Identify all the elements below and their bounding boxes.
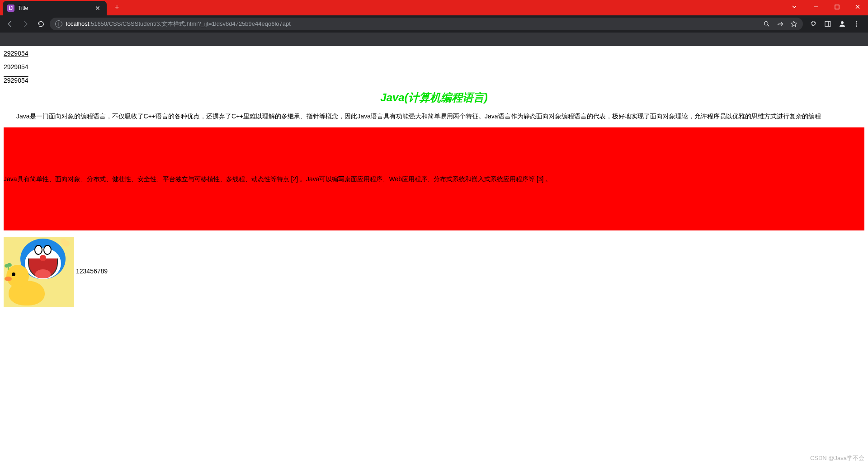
site-info-icon[interactable]: i [55,20,62,28]
bookmark-icon[interactable] [790,20,797,28]
image-row: 123456789 [4,237,864,307]
paragraph-intro: Java是一门面向对象的编程语言，不仅吸收了C++语言的各种优点，还摒弃了C++… [4,111,864,121]
svg-point-2 [764,22,768,25]
minimize-button[interactable] [806,0,826,14]
bookmarks-bar [0,33,868,46]
duck-icon [6,265,47,305]
text-overline: 2929054 [4,77,864,84]
close-tab-icon[interactable]: ✕ [93,4,102,13]
forward-button[interactable] [19,18,32,30]
search-icon[interactable] [763,20,770,28]
browser-toolbar: i localhost:51650/CSS/CSSStudent/3.文本样式.… [0,15,868,33]
url-text: localhost:51650/CSS/CSSStudent/3.文本样式.ht… [66,20,291,28]
omnibox-actions [763,20,797,28]
svg-point-6 [841,21,844,24]
back-button[interactable] [4,18,16,30]
svg-point-7 [856,21,858,23]
tab-title: Title [18,5,93,11]
text-linethrough: 2929054 [4,63,864,70]
chevron-down-icon[interactable] [788,0,801,14]
page-heading: Java(计算机编程语言) [4,90,864,105]
share-icon[interactable] [777,20,784,28]
svg-rect-1 [835,5,839,9]
maximize-button[interactable] [826,0,847,14]
cartoon-image [4,237,74,307]
red-block: Java具有简单性、面向对象、分布式、健壮性、安全性、平台独立与可移植性、多线程… [4,127,864,230]
favicon-icon: IJ [7,5,14,12]
browser-tab[interactable]: IJ Title ✕ [3,1,107,15]
url-host: localhost [66,20,89,27]
profile-icon[interactable] [838,20,846,28]
url-path: :51650/CSS/CSSStudent/3.文本样式.html?_ijt=1… [89,20,291,27]
svg-point-9 [856,25,858,27]
extensions-icon[interactable] [809,20,817,28]
sidepanel-icon[interactable] [824,20,832,28]
menu-icon[interactable] [853,20,861,28]
address-bar[interactable]: i localhost:51650/CSS/CSSStudent/3.文本样式.… [50,18,803,30]
window-controls [788,0,868,14]
text-underline: 2929054 [4,50,864,57]
page-content: 2929054 2929054 2929054 Java(计算机编程语言) Ja… [0,46,868,311]
svg-line-3 [768,25,769,26]
titlebar: IJ Title ✕ + [0,0,868,15]
toolbar-right [806,20,864,28]
close-window-button[interactable] [847,0,868,14]
svg-rect-4 [825,22,830,27]
reload-button[interactable] [34,18,47,30]
new-tab-button[interactable]: + [111,1,123,13]
paragraph-features: Java具有简单性、面向对象、分布式、健壮性、安全性、平台独立与可移植性、多线程… [4,174,552,184]
svg-point-8 [856,23,858,25]
image-label: 123456789 [76,268,108,277]
